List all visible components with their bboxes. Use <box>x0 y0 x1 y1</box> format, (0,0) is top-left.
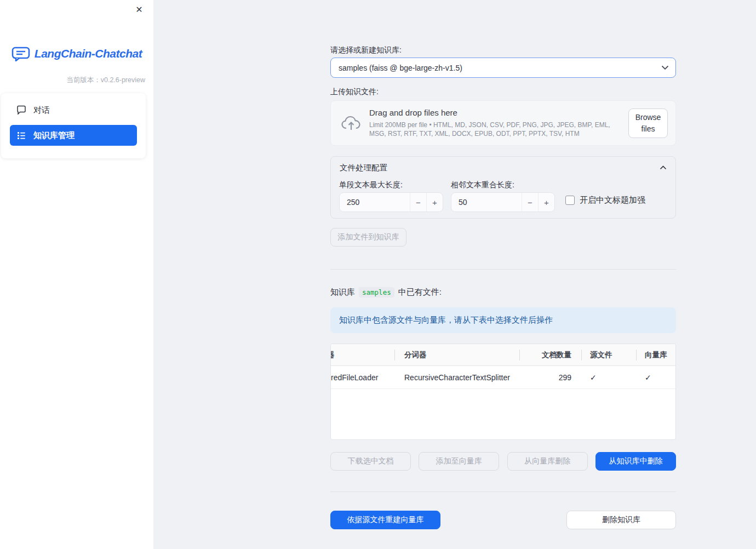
file-config-expander: 文件处理配置 单段文本最大长度: 250 − + 相邻文本重合长度: 50 − … <box>330 156 676 219</box>
cell-vector-store-check: ✓ <box>636 373 676 382</box>
column-separator <box>394 350 395 361</box>
divider <box>330 269 676 270</box>
checkbox-box[interactable] <box>565 196 575 205</box>
cell-source-file-check: ✓ <box>581 373 636 382</box>
sidebar-item-label: 知识库管理 <box>33 130 75 141</box>
cell-loader: redFileLoader <box>331 373 394 382</box>
kb-files-table: 器 分词器 文档数量 源文件 向量库 redFileLoader Recursi… <box>330 344 676 440</box>
divider <box>330 491 676 492</box>
chevron-up-icon <box>660 165 667 170</box>
col-header-vector-store: 向量库 <box>636 350 676 360</box>
delete-from-vector-button[interactable]: 从向量库删除 <box>507 452 588 471</box>
rebuild-vector-store-button[interactable]: 依据源文件重建向量库 <box>330 511 440 529</box>
column-separator <box>636 350 637 361</box>
plus-icon[interactable]: + <box>538 193 554 211</box>
kb-select-label: 请选择或新建知识库: <box>330 45 676 55</box>
existing-files-line: 知识库 samples 中已有文件: <box>330 287 676 298</box>
kb-select-value: samples (faiss @ bge-large-zh-v1.5) <box>339 64 661 72</box>
max-length-label: 单段文本最大长度: <box>339 180 403 190</box>
sidebar-item-label: 对话 <box>33 105 50 116</box>
checkbox-label: 开启中文标题加强 <box>580 195 645 205</box>
kb-name-code: samples <box>359 287 394 298</box>
kb-select[interactable]: samples (faiss @ bge-large-zh-v1.5) <box>330 58 676 78</box>
existing-suffix: 中已有文件: <box>398 287 442 298</box>
column-separator <box>581 350 582 361</box>
max-length-value: 250 <box>340 193 410 211</box>
version-label: 当前版本：v0.2.6-preview <box>66 76 145 85</box>
expander-title: 文件处理配置 <box>340 163 387 173</box>
list-icon <box>16 130 26 140</box>
delete-from-kb-button[interactable]: 从知识库中删除 <box>595 452 676 471</box>
file-uploader-dropzone[interactable]: Drag and drop files here Limit 200MB per… <box>330 100 676 146</box>
chevron-down-icon <box>661 65 669 70</box>
overlap-length-label: 相邻文本重合长度: <box>451 180 514 190</box>
cell-splitter: RecursiveCharacterTextSplitter <box>394 373 519 382</box>
sidebar-item-dialogue[interactable]: 对话 <box>10 100 137 121</box>
overlap-length-input[interactable]: 50 − + <box>451 192 555 212</box>
max-length-input[interactable]: 250 − + <box>339 192 443 212</box>
add-files-to-kb-button[interactable]: 添加文件到知识库 <box>330 228 406 247</box>
column-separator <box>519 350 520 361</box>
dropzone-limit-text: Limit 200MB per file • HTML, MD, JSON, C… <box>369 121 623 138</box>
browse-files-button[interactable]: Browse files <box>628 108 668 138</box>
info-banner: 知识库中包含源文件与向量库，请从下表中选择文件后操作 <box>330 307 676 333</box>
logo-chat-icon <box>12 46 30 61</box>
existing-prefix: 知识库 <box>330 287 355 298</box>
table-action-buttons: 下载选中文档 添加至向量库 从向量库删除 从知识库中删除 <box>330 452 676 471</box>
sidebar-menu: 对话 知识库管理 <box>1 93 146 158</box>
logo-text: LangChain-Chatchat <box>35 47 142 60</box>
delete-kb-button[interactable]: 删除知识库 <box>566 511 676 529</box>
sidebar-close-icon[interactable]: ✕ <box>133 3 146 16</box>
plus-icon[interactable]: + <box>426 193 443 211</box>
cloud-upload-icon <box>341 115 362 131</box>
upload-label: 上传知识文件: <box>330 87 676 97</box>
table-row[interactable]: redFileLoader RecursiveCharacterTextSpli… <box>331 366 675 389</box>
table-header-row: 器 分词器 文档数量 源文件 向量库 <box>331 344 675 366</box>
zh-title-enhance-checkbox[interactable]: 开启中文标题加强 <box>565 195 645 205</box>
sidebar-item-kb-management[interactable]: 知识库管理 <box>10 125 137 146</box>
col-header-splitter: 分词器 <box>394 350 519 360</box>
add-to-vector-button[interactable]: 添加至向量库 <box>419 452 499 471</box>
minus-icon[interactable]: − <box>410 193 426 211</box>
info-text: 知识库中包含源文件与向量库，请从下表中选择文件后操作 <box>339 315 553 325</box>
overlap-length-value: 50 <box>451 193 522 211</box>
app-logo: LangChain-Chatchat <box>0 46 153 61</box>
sidebar: ✕ LangChain-Chatchat 当前版本：v0.2.6-preview <box>0 0 153 549</box>
col-header-source-file: 源文件 <box>581 350 636 360</box>
expander-header[interactable]: 文件处理配置 <box>331 157 675 179</box>
col-header-doc-count: 文档数量 <box>519 350 581 360</box>
app-window: ✕ LangChain-Chatchat 当前版本：v0.2.6-preview <box>0 0 756 549</box>
col-header-loader: 器 <box>331 350 394 360</box>
minus-icon[interactable]: − <box>522 193 538 211</box>
cell-doc-count: 299 <box>519 373 581 382</box>
chat-bubble-icon <box>16 105 26 115</box>
download-selected-button[interactable]: 下载选中文档 <box>330 452 411 471</box>
dropzone-title: Drag and drop files here <box>369 108 623 117</box>
